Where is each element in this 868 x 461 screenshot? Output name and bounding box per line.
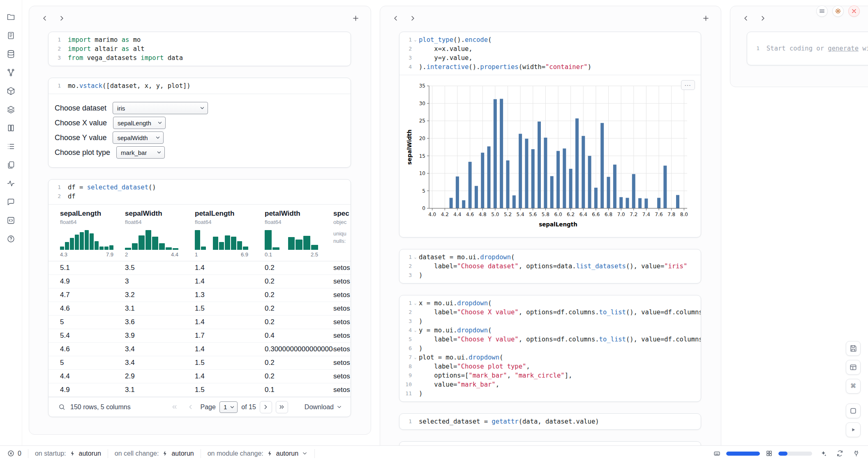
runtime-on-module-change[interactable]: on module change:autorun (201, 449, 315, 458)
code-line: 2 label="Choose X value", options=df.col… (399, 308, 701, 317)
table-cell: 1.5 (195, 304, 265, 313)
cpu-meter[interactable] (778, 452, 812, 456)
table-cell: 3.5 (125, 264, 195, 272)
add-column-button[interactable] (699, 12, 712, 24)
table-cell: setos (333, 386, 351, 394)
sidebar-logs-button[interactable] (5, 140, 17, 152)
fold-icon[interactable]: ⌄ (412, 353, 419, 362)
table-search-button[interactable] (58, 403, 65, 410)
kernel-power-button[interactable] (851, 448, 861, 459)
generate-link[interactable]: generate (828, 45, 859, 52)
run-all-button[interactable] (846, 422, 861, 437)
grid-view-button[interactable] (846, 360, 861, 375)
menu-button[interactable] (816, 5, 828, 17)
code-editor[interactable]: 1⌄x = mo.ui.dropdown(2 label="Choose X v… (399, 295, 701, 401)
histogram-bar (125, 248, 131, 250)
floating-controls: ⌘ (846, 341, 861, 437)
refresh-icon (836, 450, 843, 457)
code-editor[interactable]: 1⌄dataset = mo.ui.dropdown(2 label="Choo… (399, 249, 701, 283)
sidebar-datasources-button[interactable] (5, 48, 17, 60)
sidebar-chat-button[interactable] (5, 196, 17, 208)
keyboard-shortcuts-button[interactable]: ⌘ (846, 379, 861, 394)
lightning-icon (162, 450, 168, 456)
column-prev-button[interactable] (739, 12, 752, 24)
histogram-bar (288, 237, 295, 250)
column-histogram[interactable] (195, 230, 248, 250)
sidebar-outline-button[interactable] (5, 103, 17, 115)
sidebar-tracing-button[interactable] (5, 177, 17, 189)
page-select[interactable]: 1 (219, 401, 238, 413)
choose-x-value-select[interactable]: sepalLength (113, 117, 166, 129)
close-button[interactable] (848, 5, 860, 17)
runtime-value: autorun (171, 450, 194, 457)
chevron-left-icon (392, 14, 399, 22)
histogram-bar (139, 235, 145, 250)
fold-icon[interactable]: ⌄ (412, 35, 419, 44)
code-line: 10 value="mark_bar", (399, 380, 701, 389)
choose-y-value-select[interactable]: sepalWidth (113, 131, 164, 144)
code-editor[interactable]: 1 Start coding or generate with (747, 32, 868, 65)
fold-icon[interactable]: ⌄ (412, 326, 419, 335)
column-histogram[interactable] (60, 230, 113, 250)
frame-button[interactable] (846, 403, 861, 418)
choose-plot-type-select[interactable]: mark_bar (116, 146, 165, 159)
code-editor[interactable]: 1⌄plot_type().encode(2 x=x.value,3 y=y.v… (399, 32, 701, 75)
histogram-range: 16.9 (195, 251, 248, 258)
error-indicator[interactable]: 0 (7, 449, 28, 458)
table-column-header[interactable]: petalWidthfloat640.12.5 (265, 210, 333, 258)
code-line: 2 x=x.value, (399, 44, 701, 53)
layers-icon (7, 105, 15, 114)
graph-icon (7, 68, 15, 77)
sidebar-files-button[interactable] (5, 159, 17, 171)
column-prev-button[interactable] (389, 12, 402, 24)
ai-assistant-button[interactable] (818, 448, 829, 459)
sidebar-notebook-button[interactable] (5, 29, 17, 41)
sidebar-help-button[interactable] (5, 233, 17, 245)
table-column-header[interactable]: sepalLengthfloat644.37.9 (60, 210, 125, 258)
line-number: 5 (399, 335, 412, 344)
table-column-header[interactable]: specobjecuniqunulls: (333, 210, 351, 258)
table-cell: 1.4 (195, 318, 265, 326)
save-button[interactable] (846, 341, 861, 356)
fold-icon[interactable]: ⌄ (412, 253, 419, 262)
histogram-bar (166, 247, 172, 250)
last-page-button[interactable] (276, 401, 288, 413)
code-line: 4⌄y = mo.ui.dropdown( (399, 326, 701, 335)
fold-icon[interactable]: ⌄ (412, 299, 419, 308)
sidebar-file-explorer-button[interactable] (5, 11, 17, 23)
table-column-header[interactable]: petalLengthfloat6416.9 (195, 210, 265, 258)
next-page-button[interactable] (260, 401, 272, 413)
choose-dataset-select[interactable]: iris (113, 102, 208, 114)
download-button[interactable]: Download (305, 403, 342, 411)
code-editor[interactable]: 1selected_dataset = getattr(data, datase… (399, 414, 701, 429)
prev-page-button[interactable] (185, 401, 197, 413)
sidebar-variables-button[interactable] (5, 66, 17, 78)
sidebar-documentation-button[interactable] (5, 122, 17, 134)
table-column-header[interactable]: sepalWidthfloat6424.4 (125, 210, 195, 258)
memory-meter[interactable] (726, 452, 760, 456)
add-column-button[interactable] (349, 12, 362, 24)
restart-kernel-button[interactable] (834, 448, 845, 459)
sidebar-packages-button[interactable] (5, 85, 17, 97)
column-histogram[interactable] (265, 230, 318, 250)
runtime-on-cell-change[interactable]: on cell change:autorun (108, 449, 201, 458)
settings-button[interactable] (832, 5, 844, 17)
sidebar-snippets-button[interactable] (5, 214, 17, 226)
runtime-on-startup[interactable]: on startup:autorun (28, 449, 108, 458)
code-editor[interactable]: 1import marimo as mo2import altair as al… (48, 32, 351, 66)
table-cell: 1.4 (195, 277, 265, 286)
new-cell[interactable]: 1 Start coding or generate with (747, 32, 868, 65)
first-page-button[interactable] (169, 401, 181, 413)
column-histogram[interactable] (125, 230, 178, 250)
code-editor[interactable]: 1df = selected_dataset()2df (48, 180, 351, 204)
altair-bar-chart[interactable]: 4.04.24.44.64.85.05.25.45.65.86.06.26.46… (405, 80, 693, 231)
table-cell: setos (333, 264, 351, 272)
line-number: 2 (48, 192, 61, 201)
column-next-button[interactable] (55, 12, 68, 24)
column-next-button[interactable] (757, 12, 769, 24)
column-prev-button[interactable] (38, 12, 51, 24)
column-next-button[interactable] (406, 12, 419, 24)
table-row: 53.41.50.2setos (48, 356, 351, 370)
chart-menu-button[interactable]: ⋯ (681, 80, 695, 90)
code-editor[interactable]: 1mo.vstack([dataset, x, y, plot]) (48, 78, 351, 94)
